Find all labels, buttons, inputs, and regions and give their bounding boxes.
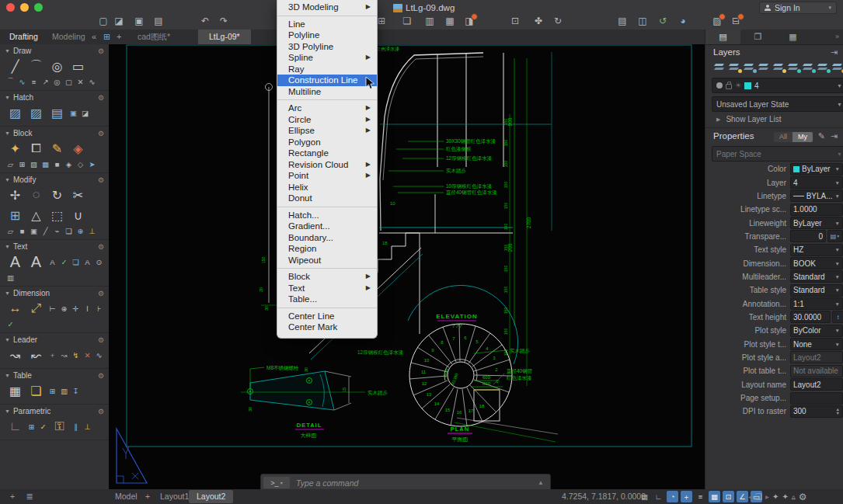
- multileader-tool-icon[interactable]: ↝: [5, 345, 26, 365]
- save-icon[interactable]: ▣: [132, 16, 146, 27]
- draw-tool-icon[interactable]: ✕: [75, 76, 86, 87]
- selection-cycle-right-icon[interactable]: ▸: [765, 492, 769, 501]
- hatch-tool-icon[interactable]: ▨: [5, 103, 26, 123]
- menu-item-hatch[interactable]: Hatch...: [277, 210, 377, 221]
- dimension-tool-icon[interactable]: ✛: [70, 303, 82, 314]
- draw-tool-icon[interactable]: ∿: [16, 76, 28, 87]
- text-tool-icon[interactable]: ❏: [70, 256, 82, 267]
- space-dropdown[interactable]: Paper Space▼: [712, 146, 843, 162]
- leader-tool-icon[interactable]: ↯: [70, 349, 82, 360]
- add-layout-icon[interactable]: +: [6, 491, 19, 502]
- text-tool-icon[interactable]: A: [82, 256, 93, 267]
- viewport-tools-icon[interactable]: ◫: [636, 16, 650, 27]
- named-views-icon[interactable]: ▤: [615, 16, 629, 27]
- block-tool-icon[interactable]: ⊞: [16, 158, 28, 169]
- rotate-tool-icon[interactable]: ↻: [47, 185, 68, 205]
- multileader-style-dropdown[interactable]: Standard▼: [790, 270, 843, 283]
- gear-icon[interactable]: ⚙: [98, 176, 104, 184]
- modify-tool-icon[interactable]: ⊕: [75, 225, 86, 236]
- collapse-triangle-icon[interactable]: ▼: [5, 408, 10, 414]
- collapse-triangle-icon[interactable]: ▼: [5, 244, 10, 249]
- visual-style-icon[interactable]: ◕: [676, 16, 690, 27]
- save-as-icon[interactable]: ▤: [152, 16, 165, 27]
- close-window-button[interactable]: [6, 3, 15, 12]
- notification-updates-icon[interactable]: ⊟: [729, 16, 743, 27]
- annotation-scale-dropdown[interactable]: 1:1▼: [790, 297, 843, 310]
- array-tool-icon[interactable]: ⊞: [5, 205, 26, 225]
- layer-translate-icon[interactable]: [743, 62, 756, 72]
- polar-tracking-toggle[interactable]: ◔: [667, 491, 678, 502]
- move-tool-icon[interactable]: ✢: [5, 185, 26, 205]
- layer-edit-icon[interactable]: [772, 62, 786, 72]
- menu-item-polygon[interactable]: Polygon: [277, 137, 377, 148]
- text-height-input[interactable]: 30.0000: [790, 311, 831, 323]
- selection-cycle-left-icon[interactable]: ◂: [748, 492, 752, 501]
- draw-tool-icon[interactable]: ◎: [51, 76, 63, 87]
- data-link-icon[interactable]: ❏: [26, 381, 47, 401]
- menu-item-ellipse[interactable]: Ellipse▶: [277, 125, 377, 137]
- menu-item-table[interactable]: Table...: [277, 294, 377, 305]
- mtext-tool-icon[interactable]: A: [5, 252, 26, 272]
- collapse-triangle-icon[interactable]: ▼: [5, 130, 10, 136]
- open-file-icon[interactable]: ◪: [112, 16, 126, 27]
- polar-angle-toggle[interactable]: ∠: [737, 491, 748, 502]
- tab-layers[interactable]: ▤: [705, 30, 740, 44]
- boundary-tool-icon[interactable]: ▣: [68, 107, 79, 118]
- layer-properties-icon[interactable]: [728, 62, 741, 72]
- block-tool-icon[interactable]: ■: [51, 158, 63, 169]
- selection-area-icon[interactable]: ❏: [755, 492, 762, 501]
- layout-grid-icon[interactable]: ⊞: [103, 31, 110, 43]
- text-tool-icon[interactable]: ⊙: [93, 256, 105, 267]
- modify-tool-icon[interactable]: ▣: [28, 225, 40, 236]
- table-tool-icon[interactable]: ⊞: [47, 385, 58, 396]
- line-tool-icon[interactable]: ╱: [5, 56, 26, 76]
- gear-icon[interactable]: ⚙: [98, 336, 104, 344]
- modify-tool-icon[interactable]: ⊥: [86, 225, 98, 236]
- menu-item-donut[interactable]: Donut: [277, 193, 377, 204]
- menu-item-3d-polyline[interactable]: 3D Polyline: [277, 41, 377, 53]
- collapse-triangle-icon[interactable]: ▼: [5, 290, 10, 296]
- file-tab-cad[interactable]: cad图纸*: [127, 30, 181, 44]
- block-tool-icon[interactable]: ▱: [5, 158, 16, 169]
- gear-icon[interactable]: ⚙: [98, 130, 104, 137]
- leader-add-icon[interactable]: +: [47, 349, 58, 360]
- maximize-window-button[interactable]: [34, 3, 43, 12]
- constraint-tool-icon[interactable]: ∥: [70, 421, 82, 432]
- menu-item-arc[interactable]: Arc▶: [277, 103, 377, 114]
- modify-tool-icon[interactable]: ▱: [5, 225, 16, 236]
- zoom-window-icon[interactable]: ⊡: [508, 16, 522, 27]
- dimension-tool-icon[interactable]: Ⅰ: [82, 303, 93, 314]
- menu-item-circle[interactable]: Circle▶: [277, 114, 377, 126]
- minimize-window-button[interactable]: [20, 3, 29, 12]
- export-icon[interactable]: ❏: [400, 16, 414, 27]
- collapse-tabs-icon[interactable]: «: [92, 31, 96, 43]
- model-paper-toggle[interactable]: ▤: [639, 491, 650, 502]
- collapse-panel-icon[interactable]: ⇥: [831, 47, 838, 57]
- menu-item-wipeout[interactable]: Wipeout: [277, 255, 377, 266]
- undo-icon[interactable]: ↶: [198, 16, 212, 27]
- layer-on-off-icon[interactable]: [802, 62, 815, 72]
- color-dropdown[interactable]: ByLayer▼: [790, 163, 843, 176]
- lineweight-toggle[interactable]: ≡: [695, 491, 706, 502]
- lineweight-dropdown[interactable]: ByLayer▼: [790, 217, 843, 229]
- hatch-tool-icon[interactable]: ▨: [26, 103, 47, 123]
- menu-item-3d-modeling[interactable]: 3D Modeling▶: [277, 2, 377, 13]
- menu-item-ray[interactable]: Ray: [277, 64, 377, 75]
- model-tab[interactable]: Model: [107, 489, 145, 504]
- command-history-icon[interactable]: ▲: [538, 479, 544, 486]
- linetype-dropdown[interactable]: BYLA...▼: [790, 189, 843, 202]
- edit-properties-icon[interactable]: ✎: [818, 131, 825, 141]
- modify-tool-icon[interactable]: ╱: [40, 225, 51, 236]
- constraint-tool-icon[interactable]: ⊥: [82, 421, 93, 432]
- rectangle-tool-icon[interactable]: ▭: [68, 56, 89, 76]
- modify-tool-icon[interactable]: ❏: [63, 225, 75, 236]
- current-layer-dropdown[interactable]: ☀ 4 ▼: [712, 78, 843, 93]
- menu-item-region[interactable]: Region: [277, 243, 377, 255]
- more-panels-icon[interactable]: »: [835, 30, 839, 44]
- plot-style-dropdown[interactable]: ByColor▼: [790, 325, 843, 337]
- menu-item-boundary[interactable]: Boundary...: [277, 232, 377, 244]
- batch-save-icon[interactable]: ▦: [443, 16, 457, 27]
- modify-tool-icon[interactable]: ⌁: [51, 225, 63, 236]
- draw-tool-icon[interactable]: ↗: [40, 76, 51, 87]
- linetype-scale-input[interactable]: 1.0000: [790, 203, 843, 216]
